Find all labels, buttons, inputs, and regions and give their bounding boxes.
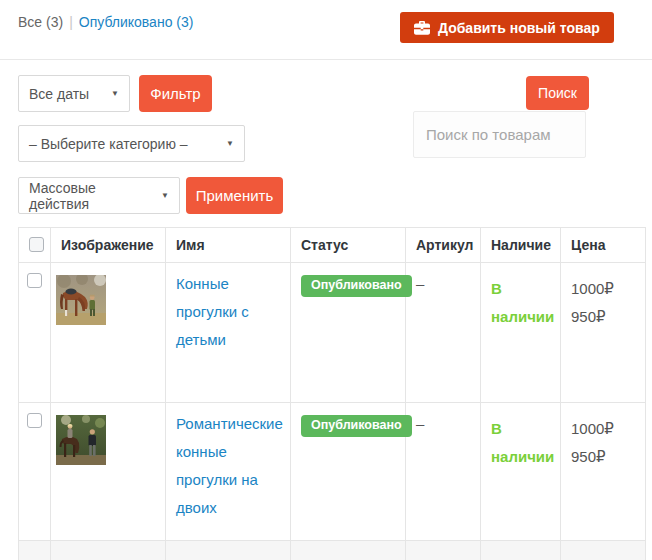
products-table: Изображение Имя Статус Артикул Наличие Ц… (18, 227, 646, 560)
horizontal-divider (0, 59, 652, 60)
table-row: Конные прогулки с детьми Опубликовано – … (19, 263, 646, 403)
briefcase-icon (414, 21, 430, 35)
chevron-down-icon: ▼ (111, 89, 119, 98)
sku-value: – (406, 263, 481, 403)
price-new: 950₽ (571, 303, 635, 331)
filter-all-link[interactable]: Все (3) (18, 14, 63, 30)
select-all-checkbox[interactable] (29, 237, 44, 252)
category-select-value: – Выберите категорию – (29, 136, 188, 152)
product-thumbnail[interactable] (56, 275, 165, 325)
table-row-partial (19, 541, 646, 560)
row-checkbox[interactable] (27, 273, 42, 288)
product-thumbnail[interactable] (56, 415, 165, 465)
table-header-row: Изображение Имя Статус Артикул Наличие Ц… (19, 228, 646, 263)
stock-status: В наличии (491, 280, 554, 325)
filter-button[interactable]: Фильтр (139, 75, 212, 112)
product-name-link[interactable]: Романтические конные прогулки на двоих (176, 410, 283, 522)
table-row: Романтические конные прогулки на двоих О… (19, 403, 646, 541)
dates-select-value: Все даты (29, 86, 89, 102)
column-header-stock: Наличие (481, 228, 561, 263)
column-header-name: Имя (166, 228, 291, 263)
add-product-label: Добавить новый товар (438, 20, 600, 36)
dates-select[interactable]: Все даты ▼ (18, 75, 130, 112)
search-button[interactable]: Поиск (526, 76, 589, 110)
status-badge: Опубликовано (301, 275, 412, 297)
filter-separator: | (69, 14, 73, 30)
sku-value: – (406, 403, 481, 541)
stock-status: В наличии (491, 420, 554, 465)
chevron-down-icon: ▼ (161, 191, 169, 200)
filter-published-link[interactable]: Опубликовано (3) (79, 14, 194, 30)
column-header-sku: Артикул (406, 228, 481, 263)
price-old: 1000₽ (571, 275, 635, 303)
column-header-status: Статус (291, 228, 406, 263)
apply-button[interactable]: Применить (186, 177, 283, 214)
price-new: 950₽ (571, 443, 635, 471)
category-select[interactable]: – Выберите категорию – ▼ (18, 125, 245, 162)
chevron-down-icon: ▼ (226, 139, 234, 148)
status-filter-links: Все (3)|Опубликовано (3) (18, 14, 193, 30)
bulk-actions-value: Массовые действия (29, 180, 153, 212)
status-badge: Опубликовано (301, 415, 412, 437)
add-product-button[interactable]: Добавить новый товар (400, 12, 614, 43)
price-old: 1000₽ (571, 415, 635, 443)
row-checkbox[interactable] (27, 413, 42, 428)
column-header-price: Цена (561, 228, 646, 263)
bulk-actions-select[interactable]: Массовые действия ▼ (18, 177, 180, 214)
search-input[interactable] (413, 111, 586, 158)
product-name-link[interactable]: Конные прогулки с детьми (176, 270, 280, 354)
column-header-image: Изображение (51, 228, 166, 263)
